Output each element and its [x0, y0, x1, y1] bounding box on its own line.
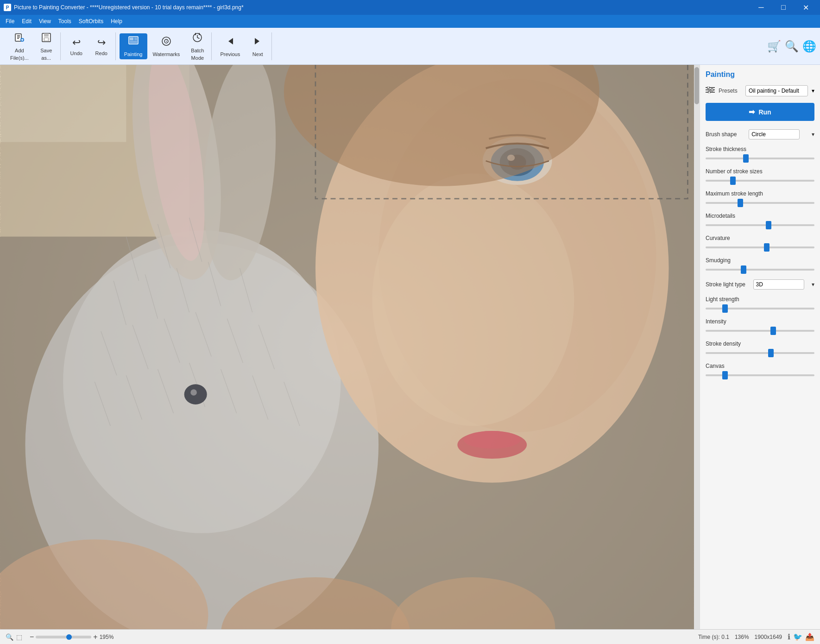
stroke-sizes-thumb[interactable] [730, 177, 736, 185]
close-button[interactable]: ✕ [795, 0, 816, 15]
add-files-button[interactable]: Add File(s)... [6, 33, 33, 59]
max-stroke-length-label: Maximum stroke length [706, 190, 814, 197]
run-label: Run [758, 108, 771, 116]
watermarks-icon [161, 36, 172, 50]
menu-file[interactable]: File [2, 16, 18, 26]
presets-row: Presets Oil painting - Default Watercolo… [706, 85, 814, 96]
right-panel: Painting Presets Oil painting - Default … [700, 65, 820, 629]
painting-label: Painting [124, 51, 143, 57]
redo-button[interactable]: ↪ Redo [89, 33, 114, 59]
stroke-density-slider[interactable] [706, 350, 814, 356]
brush-shape-select[interactable]: Circle Square Diamond Flat [749, 129, 800, 139]
menu-help[interactable]: Help [107, 16, 126, 26]
svg-rect-67 [0, 65, 694, 629]
previous-label: Previous [220, 51, 240, 57]
max-stroke-length-row: Maximum stroke length [706, 190, 814, 206]
batch-mode-button[interactable]: Batch Mode [185, 33, 209, 59]
info-icon[interactable]: ℹ [788, 632, 790, 641]
dimensions: 1900x1649 [755, 634, 782, 640]
intensity-track [706, 330, 814, 332]
brush-shape-label-row: Brush shape Circle Square Diamond Flat ▾ [706, 129, 814, 139]
smudging-label: Smudging [706, 257, 814, 264]
stroke-sizes-row: Number of stroke sizes [706, 168, 814, 184]
intensity-slider[interactable] [706, 328, 814, 334]
max-stroke-length-thumb[interactable] [738, 199, 743, 207]
menu-view[interactable]: View [35, 16, 55, 26]
status-left-icons: 🔍 ⬚ [6, 633, 22, 641]
add-files-icon [14, 32, 25, 46]
stroke-sizes-slider[interactable] [706, 177, 814, 184]
smudging-thumb[interactable] [741, 265, 746, 274]
maximize-button[interactable]: □ [773, 0, 794, 15]
light-strength-slider[interactable] [706, 305, 814, 312]
stroke-light-type-row: Stroke light type 3D Flat None ▾ [706, 279, 814, 290]
watermarks-button[interactable]: Watermarks [148, 33, 185, 59]
presets-select[interactable]: Oil painting - Default Watercolor Pencil… [745, 85, 808, 96]
painting-button[interactable]: Painting [120, 33, 147, 59]
status-icon-2: ⬚ [16, 633, 22, 641]
canvas-scrollbar[interactable] [694, 65, 700, 629]
save-as-button[interactable]: Save as... [34, 33, 58, 59]
zoom-controls: − + 195% [30, 633, 114, 641]
canvas-thumb[interactable] [722, 371, 728, 379]
menu-softorbits[interactable]: SoftOrbits [75, 16, 107, 26]
microdetails-thumb[interactable] [766, 221, 771, 229]
cart-icon[interactable]: 🛒 [767, 40, 781, 53]
svg-point-73 [708, 91, 711, 94]
svg-rect-12 [130, 38, 133, 40]
toolbar: Add File(s)... Save as... ↩ Undo ↪ Redo [0, 28, 820, 65]
light-strength-label: Light strength [706, 296, 814, 303]
scrollbar-thumb[interactable] [694, 67, 699, 104]
save-as-label2: as... [41, 55, 51, 61]
globe-icon[interactable]: 🌐 [802, 40, 816, 53]
redo-label: Redo [95, 51, 107, 56]
app-icon: P [4, 4, 11, 11]
add-files-label: Add [15, 48, 24, 53]
curvature-thumb[interactable] [764, 243, 770, 252]
zoom-slider[interactable] [36, 636, 91, 638]
microdetails-slider[interactable] [706, 222, 814, 228]
stroke-thickness-slider[interactable] [706, 155, 814, 162]
canvas-area[interactable] [0, 65, 694, 629]
light-strength-thumb[interactable] [722, 304, 728, 313]
search-icon[interactable]: 🔍 [785, 40, 799, 53]
previous-icon [225, 36, 236, 50]
curvature-slider[interactable] [706, 244, 814, 251]
light-strength-track [706, 308, 814, 309]
smudging-slider[interactable] [706, 266, 814, 273]
twitter-icon[interactable]: 🐦 [793, 632, 802, 641]
zoom-in-button[interactable]: + [93, 633, 97, 641]
time-label: Time (s): 0.1 [698, 634, 729, 640]
save-as-icon [41, 32, 52, 46]
batch-mode-label2: Mode [191, 55, 204, 61]
stroke-thickness-track [706, 158, 814, 159]
share-icon[interactable]: 📤 [805, 632, 814, 641]
canvas-slider[interactable] [706, 372, 814, 379]
stroke-light-type-select[interactable]: 3D Flat None [753, 279, 804, 290]
max-stroke-length-slider[interactable] [706, 200, 814, 206]
light-strength-row: Light strength [706, 296, 814, 312]
presets-icon [706, 87, 715, 95]
undo-icon: ↩ [72, 37, 81, 49]
menu-bar: File Edit View Tools SoftOrbits Help [0, 15, 820, 28]
svg-marker-20 [255, 38, 259, 44]
stroke-density-thumb[interactable] [768, 349, 774, 357]
menu-tools[interactable]: Tools [55, 16, 75, 26]
zoom-thumb[interactable] [66, 634, 72, 640]
menu-edit[interactable]: Edit [18, 16, 35, 26]
intensity-thumb[interactable] [770, 327, 776, 335]
minimize-button[interactable]: ─ [751, 0, 772, 15]
canvas-label: Canvas [706, 363, 814, 369]
previous-button[interactable]: Previous [215, 33, 245, 59]
painting-canvas [0, 65, 694, 629]
intensity-row: Intensity [706, 318, 814, 334]
zoom-out-button[interactable]: − [30, 633, 34, 641]
stroke-thickness-thumb[interactable] [743, 154, 749, 163]
run-button[interactable]: ➡ Run [706, 103, 814, 121]
curvature-track [706, 246, 814, 248]
zoom-percent: 136% [735, 634, 749, 640]
svg-marker-19 [228, 38, 233, 44]
undo-button[interactable]: ↩ Undo [64, 33, 88, 59]
next-button[interactable]: Next [246, 33, 270, 59]
run-icon: ➡ [749, 107, 755, 116]
